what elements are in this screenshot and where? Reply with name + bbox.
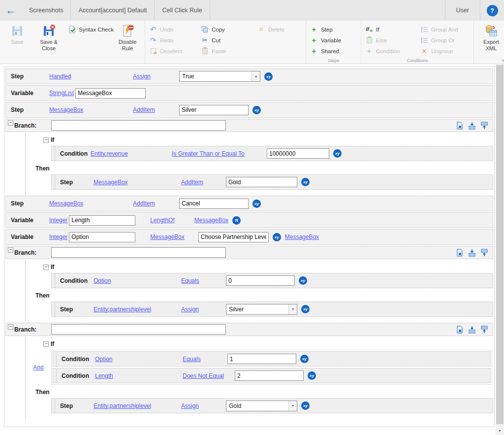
step-action-link[interactable]: Assign xyxy=(133,73,151,80)
condition-operator-link[interactable]: Equals xyxy=(183,356,201,363)
variable-target-link[interactable]: MessageBox xyxy=(150,234,184,240)
branch-name-input[interactable] xyxy=(51,247,226,258)
plus-icon: + xyxy=(310,36,318,44)
insert-branch-below-icon[interactable] xyxy=(468,248,476,257)
condition-operator-link[interactable]: Is Greater Than or Equal To xyxy=(172,150,245,157)
step-value-select[interactable]: Gold ▾ xyxy=(226,401,297,411)
xy-expression-icon[interactable]: xy xyxy=(333,149,342,158)
then-header: Then xyxy=(35,164,493,173)
xy-expression-icon[interactable]: xy xyxy=(273,233,281,241)
syntax-check-button[interactable]: Syntax Check xyxy=(68,25,113,33)
delete-branch-icon[interactable] xyxy=(455,248,464,257)
pi-expression-icon[interactable]: π xyxy=(232,216,241,225)
help-button[interactable]: ? xyxy=(480,0,504,21)
vertical-scrollbar[interactable]: ▾ xyxy=(496,64,504,435)
xy-expression-icon[interactable]: xy xyxy=(308,371,316,380)
condition-target-link[interactable]: Option xyxy=(95,356,112,363)
step-target-link[interactable]: MessageBox xyxy=(94,179,127,186)
user-menu[interactable]: User xyxy=(445,0,480,21)
condition-value-input[interactable] xyxy=(227,354,296,364)
condition-value-input[interactable] xyxy=(226,275,295,286)
delete-branch-icon[interactable] xyxy=(455,121,464,130)
prompt-text-input[interactable] xyxy=(198,232,269,242)
xy-expression-icon[interactable]: xy xyxy=(301,178,310,186)
collapse-icon[interactable]: − xyxy=(8,324,13,330)
xy-expression-icon[interactable]: xy xyxy=(301,305,310,313)
variable-type-link[interactable]: StringList xyxy=(49,90,74,97)
condition-target-link[interactable]: Length xyxy=(95,372,113,379)
condition-target-link[interactable]: Entity.revenue xyxy=(91,150,128,157)
branch-name-input[interactable] xyxy=(51,324,226,335)
step-value-input[interactable] xyxy=(179,199,249,209)
step-target-link[interactable]: MessageBox xyxy=(49,106,83,113)
tab-screenshots[interactable]: Screenshots xyxy=(22,0,71,21)
condition-value-input[interactable] xyxy=(235,370,304,381)
step-value-select[interactable]: True ▾ xyxy=(179,71,260,82)
variable-name-input[interactable] xyxy=(75,88,146,99)
drag-handle[interactable] xyxy=(53,368,57,383)
branch-name-input[interactable] xyxy=(51,120,226,131)
variable-source-link[interactable]: MessageBox xyxy=(285,234,319,240)
collapse-icon[interactable]: − xyxy=(43,265,49,270)
add-shared-button[interactable]: + Shared xyxy=(310,47,357,55)
variable-function-link[interactable]: LengthOf xyxy=(150,217,174,224)
scroll-down-arrow-icon[interactable]: ▾ xyxy=(496,427,504,435)
xy-expression-icon[interactable]: xy xyxy=(300,355,309,363)
function-source-link[interactable]: MessageBox xyxy=(194,217,228,224)
insert-branch-above-icon[interactable] xyxy=(480,248,489,257)
step-action-link[interactable]: Assign xyxy=(181,306,199,313)
step-target-link[interactable]: Handled xyxy=(49,73,71,80)
step-value-select[interactable]: Silver ▾ xyxy=(226,304,297,315)
drag-handle[interactable] xyxy=(52,146,55,161)
delete-branch-icon[interactable] xyxy=(455,325,464,334)
step-target-link[interactable]: MessageBox xyxy=(49,200,83,207)
disable-rule-button[interactable]: Disable Rule xyxy=(114,23,141,57)
variable-name-input[interactable] xyxy=(69,232,135,242)
collapse-icon[interactable]: − xyxy=(43,341,49,347)
condition-target-link[interactable]: Option xyxy=(94,277,111,284)
step-action-link[interactable]: AddItem xyxy=(133,106,155,113)
export-xml-button[interactable]: Export XML xyxy=(478,23,504,57)
insert-branch-below-icon[interactable] xyxy=(468,121,476,130)
xy-expression-icon[interactable]: xy xyxy=(301,402,310,410)
xy-expression-icon[interactable]: xy xyxy=(252,106,261,114)
add-variable-button[interactable]: + Variable xyxy=(310,36,357,44)
step-action-link[interactable]: AddItem xyxy=(181,179,203,186)
variable-type-link[interactable]: Integer xyxy=(49,234,67,240)
copy-button[interactable]: Copy xyxy=(201,25,252,33)
add-if-button[interactable]: if+ If xyxy=(365,25,414,33)
insert-branch-above-icon[interactable] xyxy=(480,325,489,334)
step-action-link[interactable]: Assign xyxy=(181,402,199,409)
drag-handle[interactable] xyxy=(52,175,55,189)
condition-operator-link[interactable]: Equals xyxy=(181,277,199,284)
step-value-input[interactable] xyxy=(226,177,297,187)
variable-type-link[interactable]: Integer xyxy=(49,217,67,224)
drag-handle[interactable] xyxy=(52,399,55,413)
add-step-button[interactable]: + Step xyxy=(310,25,357,33)
drag-handle[interactable] xyxy=(53,352,57,366)
back-button[interactable]: ← xyxy=(0,0,22,21)
cut-button[interactable]: ✂ Cut xyxy=(201,36,252,44)
scrollbar-thumb[interactable] xyxy=(496,65,504,424)
collapse-icon[interactable]: − xyxy=(8,120,13,126)
variable-name-input[interactable] xyxy=(69,215,135,226)
condition-value-input[interactable] xyxy=(267,148,329,159)
step-target-link[interactable]: Entity.partnershiplevel xyxy=(94,402,151,409)
and-operator-link[interactable]: And xyxy=(33,364,43,371)
xy-expression-icon[interactable]: xy xyxy=(299,276,307,285)
xy-expression-icon[interactable]: xy xyxy=(264,72,273,81)
step-action-link[interactable]: AddItem xyxy=(133,200,155,207)
insert-branch-below-icon[interactable] xyxy=(468,325,476,334)
step-target-link[interactable]: Entity.partnershiplevel xyxy=(94,306,151,313)
tab-cell-click-rule[interactable]: Cell Click Rule xyxy=(155,0,210,21)
step-value-input[interactable] xyxy=(179,105,249,115)
collapse-icon[interactable]: − xyxy=(8,247,13,253)
save-and-close-button[interactable]: Save & Close xyxy=(35,23,62,57)
drag-handle[interactable] xyxy=(52,273,55,288)
xy-expression-icon[interactable]: xy xyxy=(252,200,261,208)
tab-account-default[interactable]: Account[account] Default xyxy=(71,0,155,21)
collapse-icon[interactable]: − xyxy=(43,137,49,143)
drag-handle[interactable] xyxy=(52,302,55,316)
insert-branch-above-icon[interactable] xyxy=(480,121,489,130)
condition-operator-link[interactable]: Does Not Equal xyxy=(183,372,224,379)
